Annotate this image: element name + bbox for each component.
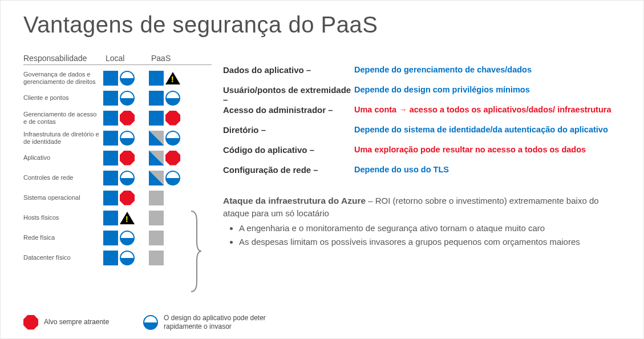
octagon-icon: [120, 191, 135, 205]
col-header-paas: PaaS: [149, 54, 195, 63]
matrix-row: Controles de rede: [23, 168, 212, 187]
local-cells: [103, 71, 149, 86]
local-cells: [103, 251, 149, 265]
diagram-content: Responsabilidade Local PaaS Governança d…: [23, 54, 621, 268]
paas-cells: [149, 151, 195, 166]
matrix-row: Governança de dados e gerenciamento de d…: [23, 68, 212, 87]
paas-cells: [149, 71, 195, 86]
paas-cells: [149, 171, 195, 185]
square-icon: [149, 91, 164, 106]
half-circle-icon: [120, 91, 135, 106]
octagon-icon: [120, 111, 135, 126]
detail-note: Uma conta: [354, 105, 396, 114]
detail-note: Depende do gerenciamento de chaves/dados: [354, 65, 532, 74]
paas-cells: [149, 251, 195, 265]
square-icon: [103, 191, 118, 205]
detail-category: Usuário/pontos de extremidade –: [223, 85, 354, 104]
detail-category: Código do aplicativo –: [223, 145, 354, 155]
azure-bullet: A engenharia e o monitoramento de segura…: [239, 222, 621, 235]
local-cells: [103, 211, 149, 225]
azure-attack-note: Ataque da infraestrutura do Azure – ROI …: [223, 195, 621, 248]
matrix-row: Sistema operacional: [23, 188, 212, 207]
square-icon: [149, 251, 164, 265]
detail-note: Uma exploração pode resultar no acesso a…: [354, 145, 586, 154]
square-icon: [103, 111, 118, 126]
local-cells: [103, 91, 149, 106]
half-circle-icon: [120, 71, 135, 86]
local-cells: [103, 111, 149, 126]
half-circle-icon: [165, 91, 180, 106]
half-circle-icon: [165, 171, 180, 185]
square-icon: [103, 151, 118, 166]
square-icon: [103, 131, 118, 146]
square-icon: [103, 251, 118, 265]
row-label: Aplicativo: [23, 154, 103, 162]
matrix-row: Gerenciamento de acesso e de contas: [23, 108, 212, 127]
paas-cells: [149, 211, 195, 225]
row-label: Gerenciamento de acesso e de contas: [23, 111, 103, 125]
matrix-row: Rede física: [23, 228, 212, 247]
legend-label-deter: O design do aplicativo pode deter rapida…: [164, 314, 278, 330]
paas-cells: [149, 231, 195, 245]
square-icon: [149, 131, 164, 146]
matrix-row: Hosts físicos: [23, 208, 212, 227]
half-circle-icon: [165, 131, 180, 146]
octagon-icon: [23, 315, 38, 330]
azure-bullet: As despesas limitam os possíveis invasor…: [239, 236, 621, 248]
square-icon: [149, 71, 164, 86]
detail-extra: acesso a todos os aplicativos/dados/ inf…: [410, 105, 611, 114]
col-header-responsibility: Responsabilidade: [23, 54, 103, 63]
detail-note: Depende do design com privilégios mínimo…: [354, 85, 530, 94]
square-icon: [103, 231, 118, 245]
detail-row: Diretório –Depende do sistema de identid…: [223, 125, 621, 144]
page-title: Vantagens de segurança do PaaS: [23, 12, 621, 38]
warning-icon: [165, 72, 180, 84]
square-icon: [149, 171, 164, 185]
paas-cells: [149, 91, 195, 106]
square-icon: [103, 71, 118, 86]
half-circle-icon: [143, 315, 158, 330]
square-icon: [149, 211, 164, 225]
legend: Alvo sempre atraente O design do aplicat…: [23, 314, 278, 330]
row-label: Rede física: [23, 234, 103, 241]
detail-category: Acesso do administrador –: [223, 105, 354, 115]
matrix-row: Datacenter físico: [23, 248, 212, 267]
square-icon: [149, 151, 164, 166]
legend-item-deter: O design do aplicativo pode deter rapida…: [143, 314, 278, 330]
square-icon: [149, 111, 164, 126]
paas-cells: [149, 111, 195, 126]
local-cells: [103, 191, 149, 205]
square-icon: [149, 231, 164, 245]
row-label: Cliente e pontos: [23, 94, 103, 102]
row-label: Infraestrutura de diretório e de identid…: [23, 131, 103, 145]
half-circle-icon: [120, 231, 135, 245]
half-circle-icon: [120, 251, 135, 265]
row-label: Datacenter físico: [23, 254, 103, 261]
legend-label-target: Alvo sempre atraente: [44, 318, 109, 326]
paas-cells: [149, 191, 195, 205]
local-cells: [103, 171, 149, 185]
detail-row: Configuração de rede –Depende do uso do …: [223, 165, 621, 184]
azure-heading-bold: Ataque da infraestrutura do Azure: [223, 196, 366, 205]
octagon-icon: [120, 151, 135, 166]
local-cells: [103, 131, 149, 146]
matrix-row: Infraestrutura de diretório e de identid…: [23, 128, 212, 147]
square-icon: [103, 171, 118, 185]
detail-row: Dados do aplicativo –Depende do gerencia…: [223, 65, 621, 84]
warning-icon: [120, 212, 135, 224]
detail-row: Acesso do administrador –Uma conta → ace…: [223, 105, 621, 124]
detail-note: Depende do uso do TLS: [354, 165, 449, 174]
row-label: Sistema operacional: [23, 194, 103, 201]
detail-category: Diretório –: [223, 125, 354, 135]
matrix-row: Cliente e pontos: [23, 88, 212, 107]
bracket-icon: [190, 210, 201, 293]
local-cells: [103, 151, 149, 166]
arrow-icon: →: [399, 105, 407, 114]
row-label: Governança de dados e gerenciamento de d…: [23, 71, 103, 85]
row-label: Controles de rede: [23, 174, 103, 181]
detail-note: Depende do sistema de identidade/da aute…: [354, 125, 608, 134]
detail-row: Usuário/pontos de extremidade –Depende d…: [223, 85, 621, 104]
details-column: Dados do aplicativo –Depende do gerencia…: [212, 54, 621, 268]
legend-item-target: Alvo sempre atraente: [23, 315, 109, 330]
half-circle-icon: [120, 171, 135, 185]
